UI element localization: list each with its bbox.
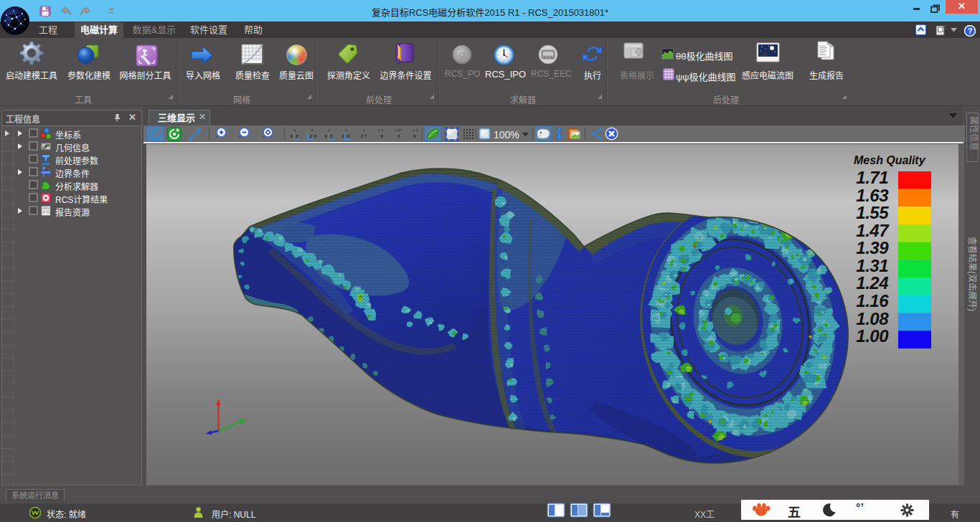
svg-text:?: ? [968,27,973,35]
